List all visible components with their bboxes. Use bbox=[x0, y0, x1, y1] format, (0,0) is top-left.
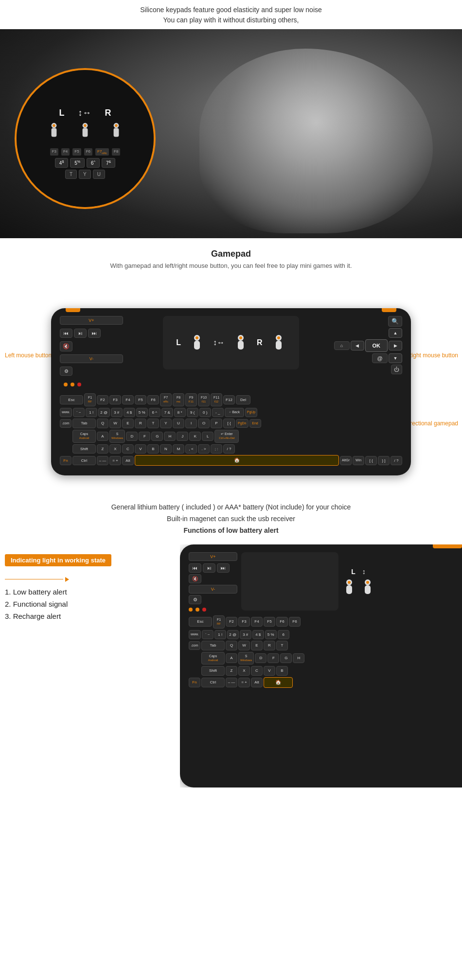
alt-key: Alt bbox=[122, 456, 134, 466]
esc-key: Esc bbox=[60, 395, 83, 405]
kb2-f6: F6 bbox=[276, 617, 288, 627]
u-key: U bbox=[173, 419, 184, 428]
f4-key: F4 bbox=[122, 395, 134, 405]
kb2-media-row: ⏮ ⏯ ⏭ bbox=[189, 563, 237, 573]
indicating-layout: Indicating light in working state 1. Low… bbox=[0, 544, 462, 788]
led-red bbox=[77, 383, 81, 386]
qwerty-row1: .com Tab Q W E R T Y U I O P [ { PgDn En… bbox=[60, 419, 402, 428]
svg-point-14 bbox=[239, 336, 242, 339]
z-key: Z bbox=[97, 444, 108, 454]
kb2-vol-area: V+ ⏮ ⏯ ⏭ 🔇 V- ⚙ bbox=[189, 552, 237, 612]
caption-line1: Silicone keypads feature good elasticity… bbox=[0, 5, 462, 15]
kb2-play: ⏯ bbox=[203, 563, 215, 573]
svg-rect-22 bbox=[365, 585, 371, 594]
kb2-c: C bbox=[251, 666, 263, 676]
gamepad-title: Gamepad bbox=[10, 249, 452, 259]
f8-key: F8mc bbox=[173, 393, 184, 406]
power-key: ⏻ bbox=[391, 365, 402, 374]
back-func-key: @ bbox=[372, 353, 388, 363]
svg-rect-19 bbox=[346, 585, 352, 594]
v-key: V bbox=[135, 444, 146, 454]
circle-4-key: 4$ bbox=[55, 158, 68, 168]
bottom-row: Fn Ctrl – — = + Alt 🏠 AltGr Win [ { } ] … bbox=[60, 455, 402, 466]
win-key: Win bbox=[353, 456, 364, 465]
svg-point-11 bbox=[195, 336, 198, 339]
svg-point-17 bbox=[277, 336, 280, 339]
circle-letter-row: T Y U bbox=[65, 170, 105, 179]
battery-section: General lithium battery ( included ) or … bbox=[0, 490, 462, 544]
comma-key: , < bbox=[185, 444, 197, 454]
f-key: F bbox=[139, 432, 150, 441]
pgup-key: PgUp bbox=[245, 408, 258, 417]
bracket2-key: } ] bbox=[378, 456, 390, 466]
kb2-led2 bbox=[195, 608, 199, 612]
rew-key: ⏮ bbox=[60, 329, 72, 338]
zxcv-row: Shift Z X C V B N M , < . > ; : / ? bbox=[60, 444, 402, 454]
f6-key: F6 bbox=[147, 395, 159, 405]
o-key: O bbox=[198, 419, 210, 428]
3-key: 3 # bbox=[111, 408, 123, 418]
circle-5-key: 5% bbox=[70, 158, 85, 168]
indicating-item-1: 1. Low battery alert bbox=[5, 588, 170, 596]
touch-left-finger bbox=[190, 334, 204, 351]
circle-f5-key: F5 bbox=[72, 148, 81, 156]
keyboard-body: V+ ⏮ ⏯ ⏭ 🔇 V- ⚙ bbox=[51, 308, 411, 475]
f12-key: F12 bbox=[223, 395, 235, 405]
led-orange2 bbox=[71, 383, 74, 386]
backtick-key: ` ~ bbox=[73, 408, 85, 418]
d-key: D bbox=[126, 432, 138, 441]
kb2-vol-minus: V- bbox=[189, 585, 237, 594]
left-finger-icon bbox=[45, 122, 63, 141]
kb2-b: B bbox=[276, 666, 288, 676]
5-key: 5 % bbox=[136, 408, 148, 418]
m-key: M bbox=[173, 444, 184, 454]
circle-u-key: U bbox=[93, 170, 105, 179]
kb2-a: A bbox=[226, 653, 237, 663]
semicolon-key: ; : bbox=[211, 444, 222, 454]
f11-key: F11f12 bbox=[211, 393, 222, 406]
f3-key: F3 bbox=[109, 395, 121, 405]
kb2-asdf-row: CapsAndroid A SWindows D F G H bbox=[189, 652, 462, 665]
kb2-rows: Esc F1RF F2 F3 F4 F5 F6 F6 www. ` ~ 1 ! bbox=[189, 615, 462, 688]
minus-key: - _ bbox=[212, 408, 224, 418]
media-row: ⏮ ⏯ ⏭ bbox=[60, 329, 123, 338]
shift-key: Shift bbox=[72, 444, 96, 454]
kb2-f5: F5 bbox=[264, 617, 275, 627]
kb2-esc: Esc bbox=[189, 617, 212, 627]
x-key: X bbox=[109, 444, 121, 454]
home-key: ⌂ bbox=[334, 341, 350, 350]
fwd-key: ⏭ bbox=[88, 329, 101, 338]
battery-line1: General lithium battery ( included ) or … bbox=[10, 502, 452, 513]
circle-fn-row: F3 F4 F5 F6 F7nRc F8 bbox=[50, 148, 121, 156]
svg-rect-16 bbox=[276, 341, 282, 350]
kb2-q: Q bbox=[226, 641, 237, 650]
search-key: 🔍 bbox=[388, 316, 402, 327]
circle-f8-key: F8 bbox=[112, 148, 120, 156]
circle-arrows-label: ↕↔ bbox=[78, 108, 91, 118]
circle-num-row: 4$ 5% 6^ 7& bbox=[55, 158, 115, 168]
kb2-tab: Tab bbox=[201, 641, 225, 650]
kb2-vol-plus: V+ bbox=[189, 552, 237, 561]
kb2-l-label: L bbox=[351, 568, 355, 576]
touch-r-label: R bbox=[257, 338, 263, 347]
bracket-open-key: [ { bbox=[223, 419, 235, 428]
kb2-2: 2 @ bbox=[227, 630, 239, 640]
keyboard-diagram-section: Left mouse button Right mouse button Dir… bbox=[0, 274, 462, 490]
indicating-item-2: 2. Functional signal bbox=[5, 600, 170, 608]
kb2-dotcom: .com bbox=[189, 641, 200, 650]
k-key: K bbox=[189, 432, 201, 441]
gamepad-subtitle: With gamepad and left/right mouse button… bbox=[10, 262, 452, 269]
kb2-f2: F2 bbox=[226, 617, 237, 627]
circle-finger-icons bbox=[45, 122, 125, 141]
kb2-arrows-label: ↕ bbox=[362, 568, 366, 576]
kb2-e: E bbox=[251, 641, 263, 650]
gamepad-section: Gamepad With gamepad and left/right mous… bbox=[0, 238, 462, 274]
f10-key: F10f11 bbox=[198, 393, 210, 406]
w-key: W bbox=[109, 419, 121, 428]
kb2-fn-row: Esc F1RF F2 F3 F4 F5 F6 F6 bbox=[189, 615, 462, 629]
q-key: Q bbox=[97, 419, 108, 428]
touchpad-area: L ↕↔ bbox=[163, 316, 299, 369]
caps-key: CapsAndroid bbox=[72, 430, 96, 443]
indicating-list: 1. Low battery alert 2. Functional signa… bbox=[5, 588, 170, 620]
kb2-mute-row: 🔇 bbox=[189, 574, 237, 583]
